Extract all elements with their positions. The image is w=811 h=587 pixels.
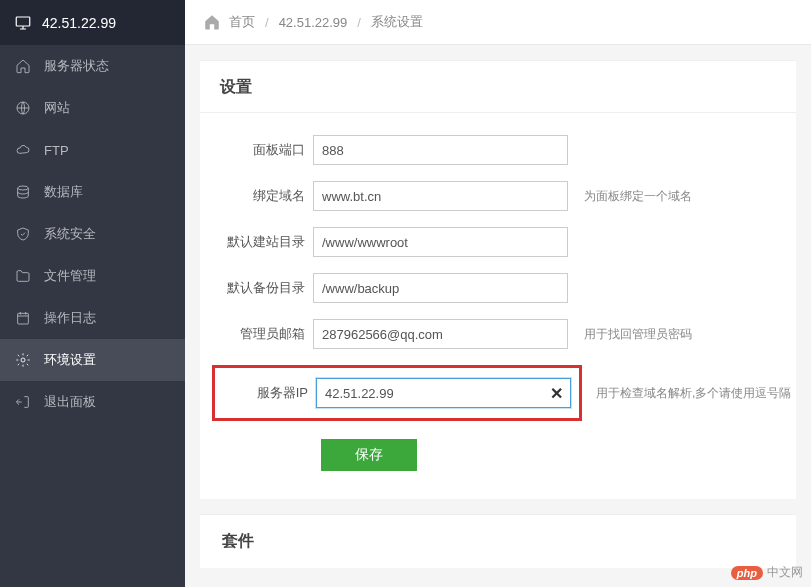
sidebar-item-label: FTP bbox=[44, 143, 69, 158]
suite-panel-title: 套件 bbox=[200, 515, 796, 568]
bind-domain-label: 绑定域名 bbox=[218, 187, 313, 205]
gear-icon bbox=[14, 351, 32, 369]
default-backup-dir-input[interactable] bbox=[313, 273, 568, 303]
clear-input-icon[interactable]: ✕ bbox=[547, 384, 565, 402]
sidebar: 42.51.22.99 服务器状态 网站 FTP 数据库 bbox=[0, 0, 185, 587]
home-icon bbox=[203, 13, 221, 31]
breadcrumb-home[interactable]: 首页 bbox=[229, 13, 255, 31]
suite-panel: 套件 bbox=[200, 514, 796, 568]
form-row-default-backup-dir: 默认备份目录 bbox=[218, 273, 778, 303]
bind-domain-input[interactable] bbox=[313, 181, 568, 211]
sidebar-header: 42.51.22.99 bbox=[0, 0, 185, 45]
panel-port-label: 面板端口 bbox=[218, 141, 313, 159]
watermark: php 中文网 bbox=[731, 564, 803, 581]
form-row-panel-port: 面板端口 bbox=[218, 135, 778, 165]
server-ip-title: 42.51.22.99 bbox=[42, 15, 116, 31]
sidebar-item-label: 环境设置 bbox=[44, 351, 96, 369]
sidebar-item-label: 网站 bbox=[44, 99, 70, 117]
sidebar-item-security[interactable]: 系统安全 bbox=[0, 213, 185, 255]
database-icon bbox=[14, 183, 32, 201]
sidebar-item-database[interactable]: 数据库 bbox=[0, 171, 185, 213]
folder-icon bbox=[14, 267, 32, 285]
panel-title: 设置 bbox=[200, 61, 796, 113]
form-row-bind-domain: 绑定域名 为面板绑定一个域名 bbox=[218, 181, 778, 211]
globe-icon bbox=[14, 99, 32, 117]
breadcrumb: 首页 / 42.51.22.99 / 系统设置 bbox=[185, 0, 811, 45]
sidebar-item-label: 数据库 bbox=[44, 183, 83, 201]
default-site-dir-label: 默认建站目录 bbox=[218, 233, 313, 251]
server-ip-highlight: 服务器IP ✕ bbox=[212, 365, 582, 421]
save-button[interactable]: 保存 bbox=[321, 439, 417, 471]
sidebar-item-logout[interactable]: 退出面板 bbox=[0, 381, 185, 423]
admin-email-input[interactable] bbox=[313, 319, 568, 349]
sidebar-item-label: 退出面板 bbox=[44, 393, 96, 411]
admin-email-label: 管理员邮箱 bbox=[218, 325, 313, 343]
settings-form: 面板端口 绑定域名 为面板绑定一个域名 默认建站目录 bbox=[200, 113, 796, 499]
sidebar-item-logs[interactable]: 操作日志 bbox=[0, 297, 185, 339]
svg-rect-0 bbox=[16, 17, 30, 26]
sidebar-item-label: 服务器状态 bbox=[44, 57, 109, 75]
server-ip-hint: 用于检查域名解析,多个请使用逗号隔 bbox=[596, 385, 791, 402]
shield-icon bbox=[14, 225, 32, 243]
sidebar-item-ftp[interactable]: FTP bbox=[0, 129, 185, 171]
watermark-badge: php bbox=[731, 566, 763, 580]
sidebar-item-settings[interactable]: 环境设置 bbox=[0, 339, 185, 381]
monitor-icon bbox=[14, 14, 32, 32]
settings-panel: 设置 面板端口 绑定域名 为面板绑定一个域名 默认建站目录 bbox=[200, 60, 796, 499]
sidebar-item-files[interactable]: 文件管理 bbox=[0, 255, 185, 297]
form-row-default-site-dir: 默认建站目录 bbox=[218, 227, 778, 257]
sidebar-item-label: 文件管理 bbox=[44, 267, 96, 285]
form-row-admin-email: 管理员邮箱 用于找回管理员密码 bbox=[218, 319, 778, 349]
sidebar-item-label: 操作日志 bbox=[44, 309, 96, 327]
server-ip-input[interactable] bbox=[316, 378, 571, 408]
admin-email-hint: 用于找回管理员密码 bbox=[584, 326, 692, 343]
server-ip-label: 服务器IP bbox=[215, 384, 316, 402]
breadcrumb-server[interactable]: 42.51.22.99 bbox=[279, 15, 348, 30]
bind-domain-hint: 为面板绑定一个域名 bbox=[584, 188, 692, 205]
calendar-icon bbox=[14, 309, 32, 327]
sidebar-item-website[interactable]: 网站 bbox=[0, 87, 185, 129]
main-content: 首页 / 42.51.22.99 / 系统设置 设置 面板端口 绑定域名 bbox=[185, 0, 811, 587]
panel-port-input[interactable] bbox=[313, 135, 568, 165]
home-icon bbox=[14, 57, 32, 75]
svg-point-4 bbox=[21, 358, 25, 362]
default-backup-dir-label: 默认备份目录 bbox=[218, 279, 313, 297]
cloud-icon bbox=[14, 141, 32, 159]
svg-rect-3 bbox=[18, 313, 29, 324]
watermark-text: 中文网 bbox=[767, 564, 803, 581]
form-row-server-ip: 服务器IP ✕ 用于检查域名解析,多个请使用逗号隔 bbox=[218, 365, 778, 421]
breadcrumb-separator: / bbox=[357, 15, 361, 30]
default-site-dir-input[interactable] bbox=[313, 227, 568, 257]
breadcrumb-current: 系统设置 bbox=[371, 13, 423, 31]
svg-point-2 bbox=[18, 186, 29, 190]
sidebar-item-label: 系统安全 bbox=[44, 225, 96, 243]
sidebar-item-server-status[interactable]: 服务器状态 bbox=[0, 45, 185, 87]
logout-icon bbox=[14, 393, 32, 411]
breadcrumb-separator: / bbox=[265, 15, 269, 30]
